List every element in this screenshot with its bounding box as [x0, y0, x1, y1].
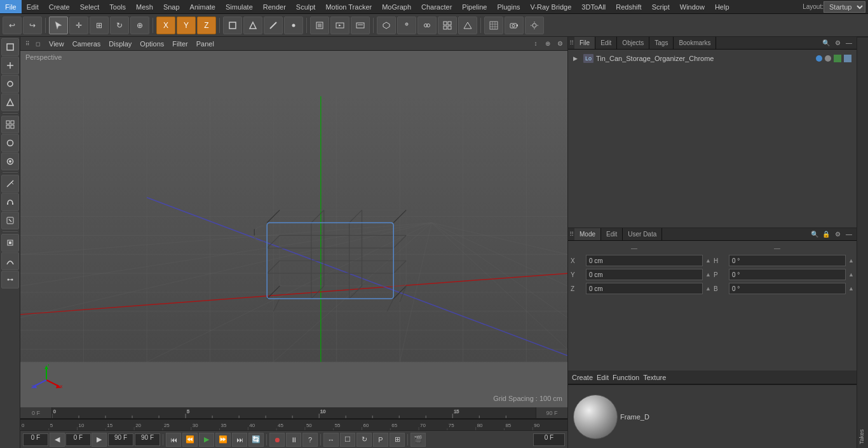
poly-mode-button[interactable] [243, 17, 262, 34]
material-preview-sphere[interactable] [573, 395, 618, 439]
start-frame-input[interactable]: 0 F [23, 433, 48, 446]
step-forward-button[interactable]: ⏩ [215, 433, 231, 447]
attr-y-pos-field[interactable]: 0 cm [586, 269, 703, 280]
light-button[interactable] [525, 17, 544, 34]
sidebar-extra-tool[interactable] [1, 271, 19, 288]
play-button[interactable]: ▶ [199, 433, 214, 447]
obj-tab-edit[interactable]: Edit [595, 37, 617, 49]
vp-menu-options[interactable]: Options [136, 40, 168, 48]
sidebar-paint-tool[interactable] [1, 153, 19, 170]
current-frame-input[interactable]: 0 F [65, 433, 91, 446]
obj-tab-tags[interactable]: Tags [649, 37, 674, 49]
move-key-button[interactable]: ↔ [323, 433, 339, 447]
sidebar-magnet-tool[interactable] [1, 193, 19, 211]
mat-menu-texture[interactable]: Texture [643, 374, 666, 381]
menu-help[interactable]: Help [710, 0, 735, 13]
menu-render[interactable]: Render [258, 0, 291, 13]
attr-h-rot-up-arrow[interactable]: ▲ [848, 257, 854, 264]
menu-window[interactable]: Window [675, 0, 710, 13]
vp-menu-cameras[interactable]: Cameras [69, 40, 105, 48]
array-button[interactable] [438, 17, 457, 34]
attr-b-rot-up-arrow[interactable]: ▲ [848, 285, 854, 292]
attr-z-pos-up-arrow[interactable]: ▲ [705, 285, 711, 292]
scale-key-button[interactable]: ↻ [356, 433, 372, 447]
vp-lock-icon[interactable]: ⊕ [543, 39, 553, 49]
grid-button[interactable] [484, 17, 503, 34]
menu-mograph[interactable]: MoGraph [377, 0, 416, 13]
select-key-button[interactable]: ☐ [340, 433, 355, 447]
viewport-canvas[interactable]: Perspective [20, 51, 567, 407]
menu-character[interactable]: Character [416, 0, 457, 13]
edge-mode-button[interactable] [264, 17, 283, 34]
goto-end-button[interactable]: ⏭ [232, 433, 247, 447]
menu-pipeline[interactable]: Pipeline [457, 0, 492, 13]
key-mode-button[interactable]: ⊞ [390, 433, 405, 447]
mat-menu-edit[interactable]: Edit [597, 374, 609, 381]
attr-b-rot-field[interactable]: 0 ° [729, 283, 846, 294]
menu-redshift[interactable]: Redshift [611, 0, 646, 13]
attr-h-rot-field[interactable]: 0 ° [729, 255, 846, 266]
attr-settings-icon[interactable]: ⚙ [832, 229, 843, 240]
record-button[interactable]: ⏺ [269, 433, 285, 447]
attr-tab-mode[interactable]: Mode [574, 228, 601, 240]
frame-forward-arrow[interactable]: ▶ [92, 433, 107, 447]
object-tree-row[interactable]: ▶ Lo Tin_Can_Storage_Organizer_Chrome [571, 52, 854, 65]
fps-frame-input[interactable]: 90 F [108, 433, 133, 446]
attr-y-pos-up-arrow[interactable]: ▲ [705, 271, 711, 278]
sidebar-shape-tool[interactable] [1, 134, 19, 152]
point-mode-button[interactable] [284, 17, 303, 34]
sidebar-scale-tool[interactable] [1, 93, 19, 111]
x-axis-button[interactable]: X [156, 17, 175, 34]
menu-3dtoall[interactable]: 3DToAll [576, 0, 611, 13]
y-axis-button[interactable]: Y [177, 17, 196, 34]
obj-minimize-icon[interactable]: — [844, 38, 854, 48]
layout-dropdown[interactable]: Startup [824, 1, 865, 13]
object-mode-button[interactable] [223, 17, 242, 34]
menu-mesh[interactable]: Mesh [131, 0, 158, 13]
transform-tool-button[interactable]: ⊕ [130, 17, 149, 34]
cube-button[interactable] [377, 17, 396, 34]
obj-settings-icon[interactable]: ⚙ [832, 38, 843, 48]
menu-animate[interactable]: Animate [185, 0, 220, 13]
mat-menu-create[interactable]: Create [572, 374, 593, 381]
menu-create[interactable]: Create [44, 0, 75, 13]
attr-tab-userdata[interactable]: User Data [623, 228, 662, 240]
menu-vray[interactable]: V-Ray Bridge [526, 0, 577, 13]
shape-button[interactable] [458, 17, 477, 34]
record-stop-button[interactable]: ? [302, 433, 318, 447]
sidebar-rotate-tool[interactable] [1, 75, 19, 93]
sidebar-pointer-tool[interactable] [1, 38, 19, 56]
attr-tab-edit[interactable]: Edit [601, 228, 623, 240]
attr-p-rot-field[interactable]: 0 ° [729, 269, 846, 280]
menu-file[interactable]: File [0, 0, 22, 13]
move-tool-button[interactable]: ✛ [69, 17, 88, 34]
rotate-tool-button[interactable]: ↻ [110, 17, 129, 34]
obj-search-icon[interactable]: 🔍 [821, 38, 831, 48]
obj-tab-file[interactable]: File [574, 37, 595, 49]
frame-back-arrow[interactable]: ◀ [50, 433, 65, 447]
attr-z-pos-field[interactable]: 0 cm [586, 283, 703, 294]
obj-visibility-dot[interactable] [816, 55, 822, 62]
menu-select[interactable]: Select [75, 0, 105, 13]
sidebar-brush-tool[interactable] [1, 212, 19, 229]
render-view-button[interactable] [330, 17, 349, 34]
sidebar-move-tool[interactable] [1, 57, 19, 74]
render-region-button[interactable] [310, 17, 329, 34]
vp-settings-icon[interactable]: ⚙ [555, 39, 565, 49]
menu-edit[interactable]: Edit [22, 0, 44, 13]
timeline-ticks[interactable]: 0 5 10 1 [52, 407, 536, 418]
menu-plugins[interactable]: Plugins [492, 0, 525, 13]
vtab-takes[interactable]: Takes [857, 37, 866, 448]
redo-button[interactable]: ↪ [23, 17, 42, 34]
sidebar-grid-tool[interactable] [1, 116, 19, 133]
mat-menu-function[interactable]: Function [613, 374, 639, 381]
attr-x-pos-up-arrow[interactable]: ▲ [705, 257, 711, 264]
obj-render-dot[interactable] [825, 55, 831, 62]
scale-tool-button[interactable]: ⊞ [90, 17, 109, 34]
menu-snap[interactable]: Snap [158, 0, 185, 13]
attr-minimize-icon[interactable]: — [844, 229, 854, 240]
menu-tools[interactable]: Tools [104, 0, 131, 13]
render-pv-button[interactable] [351, 17, 370, 34]
attr-p-rot-up-arrow[interactable]: ▲ [848, 271, 854, 278]
menu-simulate[interactable]: Simulate [220, 0, 258, 13]
